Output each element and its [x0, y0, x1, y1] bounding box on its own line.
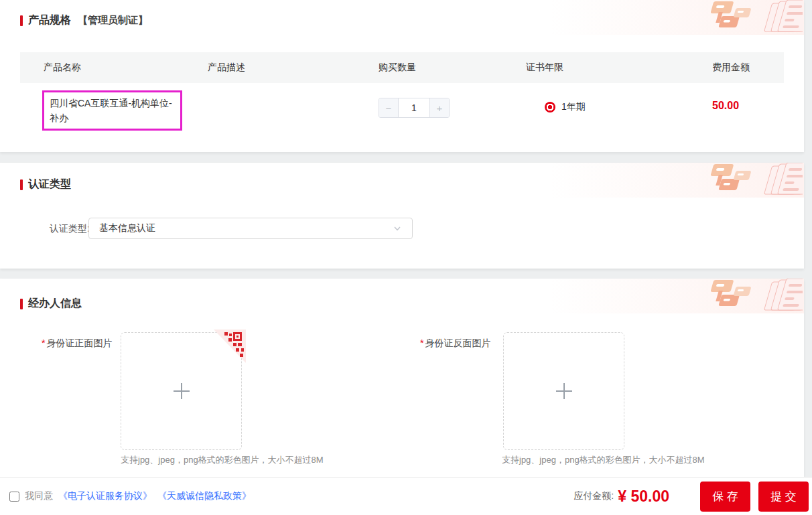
section-title-text: 认证类型 — [28, 177, 71, 192]
col-header-price: 费用金额 — [712, 62, 784, 74]
auth-type-selected-value: 基本信息认证 — [99, 222, 155, 234]
quantity-stepper[interactable]: − + — [379, 98, 450, 118]
section-title-auth-type: 认证类型 — [20, 177, 71, 192]
decor-watermark-icon — [689, 163, 803, 196]
id-back-upload-box[interactable] — [503, 332, 624, 450]
table-row: 四川省CA互联互通-机构单位-补办 − + 1年期 50.00 — [20, 83, 784, 135]
payable-label: 应付金额: — [573, 490, 614, 502]
decor-watermark-icon — [689, 0, 803, 33]
col-header-validity: 证书年限 — [526, 62, 712, 74]
service-agreement-link[interactable]: 《电子认证服务协议》 — [58, 490, 152, 502]
col-header-quantity: 购买数量 — [379, 62, 526, 74]
col-header-product-name: 产品名称 — [44, 62, 208, 74]
id-back-label: *身份证反面图片 — [420, 338, 490, 350]
decor-wash — [549, 279, 804, 313]
agree-text: 我同意 — [25, 490, 53, 502]
id-back-hint: 支持jpg、jpeg，png格式的彩色图片，大小不超过8M — [502, 454, 705, 466]
section-title-agent-info: 经办人信息 — [20, 297, 82, 311]
validity-label: 1年期 — [561, 101, 586, 113]
agent-info-panel: 经办人信息 *身份证正面图片 — [0, 279, 804, 477]
product-name-highlight: 四川省CA互联互通-机构单位-补办 — [42, 90, 182, 131]
agreement-group: 我同意 《电子认证服务协议》 《天威诚信隐私政策》 — [9, 490, 251, 502]
section-subtitle-text: 【管理员制证】 — [78, 14, 148, 27]
payable-amount: ¥ 50.00 — [618, 488, 669, 506]
product-name: 四川省CA互联互通-机构单位-补办 — [50, 98, 172, 123]
validity-option[interactable]: 1年期 — [545, 101, 586, 113]
section-title-text: 产品规格 — [28, 13, 71, 27]
product-table: 产品名称 产品描述 购买数量 证书年限 费用金额 四川省CA互联互通-机构单位-… — [20, 52, 784, 135]
table-header-row: 产品名称 产品描述 购买数量 证书年限 费用金额 — [20, 52, 784, 83]
decor-watermark-icon — [689, 279, 803, 312]
upload-plus-icon — [553, 380, 575, 402]
decor-wash — [549, 0, 804, 35]
upload-plus-icon — [171, 380, 192, 402]
col-header-product-desc: 产品描述 — [208, 62, 379, 74]
id-front-label: *身份证正面图片 — [42, 338, 112, 350]
quantity-increase-button[interactable]: + — [429, 98, 449, 117]
section-title-product-spec: 产品规格 【管理员制证】 — [20, 13, 148, 27]
privacy-policy-link[interactable]: 《天威诚信隐私政策》 — [157, 490, 251, 502]
title-accent-bar — [20, 179, 23, 190]
id-front-hint: 支持jpg、jpeg，png格式的彩色图片，大小不超过8M — [121, 454, 324, 466]
title-accent-bar — [20, 15, 23, 26]
qr-scan-icon[interactable] — [212, 329, 246, 364]
validity-radio-selected[interactable] — [545, 102, 555, 113]
quantity-decrease-button[interactable]: − — [379, 98, 399, 117]
product-spec-panel: 产品规格 【管理员制证】 产品名称 产品描述 购买数量 证书年限 费用金额 四川… — [0, 0, 804, 152]
required-asterisk: * — [420, 338, 423, 348]
auth-type-select[interactable]: 基本信息认证 — [88, 218, 413, 239]
agree-checkbox[interactable] — [9, 492, 19, 502]
price-value: 50.00 — [712, 100, 739, 112]
title-accent-bar — [20, 299, 23, 309]
chevron-down-icon — [393, 224, 402, 233]
page: 产品规格 【管理员制证】 产品名称 产品描述 购买数量 证书年限 费用金额 四川… — [0, 0, 812, 515]
required-asterisk: * — [42, 338, 45, 348]
decor-wash — [549, 163, 804, 198]
id-front-upload-box[interactable] — [121, 332, 242, 450]
submit-button[interactable]: 提 交 — [758, 482, 809, 512]
auth-type-label: 认证类型: — [50, 223, 90, 235]
payment-group: 应付金额: ¥ 50.00 保 存 提 交 — [573, 482, 812, 512]
action-bar: 我同意 《电子认证服务协议》 《天威诚信隐私政策》 应付金额: ¥ 50.00 … — [0, 477, 812, 515]
section-title-text: 经办人信息 — [28, 297, 82, 311]
auth-type-panel: 认证类型 认证类型: 基本信息认证 — [0, 163, 804, 269]
quantity-input[interactable] — [399, 98, 429, 117]
save-button[interactable]: 保 存 — [700, 482, 750, 512]
